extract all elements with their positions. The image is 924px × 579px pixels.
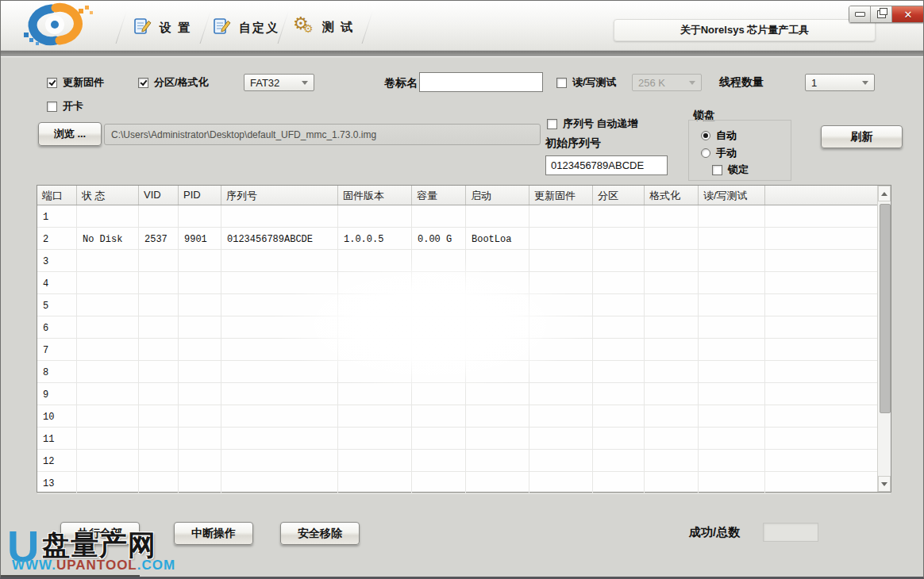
- table-cell: [765, 428, 891, 450]
- table-cell: [645, 383, 699, 405]
- table-cell: [338, 405, 412, 428]
- table-cell: [593, 472, 645, 494]
- table-cell: [139, 450, 179, 472]
- tab-test[interactable]: ⚙⚙ 测 试: [295, 17, 354, 37]
- abort-button[interactable]: 中断操作: [174, 522, 253, 545]
- column-header[interactable]: 更新固件: [529, 186, 593, 205]
- table-cell: [338, 472, 412, 494]
- table-row[interactable]: 3: [37, 250, 891, 272]
- minimize-icon: [855, 12, 865, 17]
- table-row[interactable]: 4: [37, 272, 891, 294]
- table-cell: [593, 272, 645, 294]
- column-header[interactable]: 序列号: [221, 186, 338, 205]
- table-row[interactable]: 12: [37, 450, 891, 472]
- table-cell: [139, 316, 179, 339]
- partition-format-checkbox[interactable]: 分区/格式化: [138, 75, 209, 90]
- column-header[interactable]: 读/写测试: [699, 186, 765, 205]
- table-cell: [593, 450, 645, 472]
- table-cell: 13: [37, 472, 77, 494]
- table-row[interactable]: 11: [37, 428, 891, 450]
- lock-auto-radio[interactable]: 自动: [701, 128, 737, 143]
- table-cell: [221, 294, 338, 316]
- table-cell: [179, 361, 221, 383]
- column-header[interactable]: 启动: [466, 186, 529, 205]
- table-row[interactable]: 5: [37, 294, 891, 316]
- table-cell: [593, 294, 645, 316]
- run-all-button[interactable]: 执行全部: [60, 522, 140, 545]
- close-button[interactable]: ✕: [892, 6, 924, 22]
- filesystem-select[interactable]: FAT32: [244, 74, 314, 91]
- tab-settings[interactable]: 设 置: [133, 17, 191, 39]
- table-row[interactable]: 13: [37, 472, 891, 494]
- minimize-button[interactable]: [849, 6, 871, 22]
- vertical-scrollbar[interactable]: [877, 186, 891, 492]
- table-row[interactable]: 8: [37, 361, 891, 383]
- table-cell: [139, 361, 179, 383]
- table-cell: [529, 205, 593, 228]
- table-cell: [179, 472, 221, 494]
- thread-count-select[interactable]: 1: [805, 74, 875, 91]
- table-cell: [77, 294, 139, 316]
- table-cell: [529, 472, 593, 494]
- refresh-button[interactable]: 刷新: [821, 125, 903, 148]
- volume-label-input[interactable]: [419, 72, 543, 92]
- table-cell: [466, 361, 529, 383]
- gears-icon: ⚙⚙: [295, 17, 315, 37]
- initial-serial-label: 初始序列号: [545, 136, 601, 151]
- update-firmware-checkbox[interactable]: 更新固件: [47, 75, 104, 90]
- app-logo-icon: [20, 2, 96, 52]
- column-header[interactable]: 固件版本: [338, 186, 412, 205]
- restore-icon: [877, 10, 886, 18]
- column-header[interactable]: VID: [139, 186, 179, 205]
- table-cell: [221, 450, 338, 472]
- table-row[interactable]: 9: [37, 383, 891, 405]
- notepad-pencil-icon: [133, 17, 152, 39]
- lock-manual-radio[interactable]: 手动: [701, 146, 737, 160]
- table-cell: [645, 472, 699, 494]
- table-cell: [412, 472, 466, 494]
- scroll-up-button[interactable]: [878, 186, 891, 201]
- scroll-down-button[interactable]: [878, 476, 891, 492]
- column-header[interactable]: 格式化: [645, 186, 699, 205]
- table-cell: [221, 272, 338, 294]
- table-cell: [699, 472, 765, 494]
- table-row[interactable]: 7: [37, 339, 891, 361]
- column-header[interactable]: 状 态: [77, 186, 139, 205]
- serial-auto-increment-checkbox[interactable]: 序列号 自动递增: [547, 117, 638, 131]
- table-cell: [765, 205, 891, 228]
- about-button[interactable]: 关于Norelsys 芯片量产工具: [614, 19, 876, 41]
- open-card-checkbox[interactable]: 开卡: [47, 99, 83, 113]
- table-cell: [179, 405, 221, 428]
- column-header[interactable]: PID: [179, 186, 221, 205]
- lock-auto-label: 自动: [716, 128, 737, 143]
- browse-button[interactable]: 浏览 ...: [38, 122, 102, 146]
- tab-divider: [200, 7, 213, 44]
- column-header[interactable]: 分区: [593, 186, 645, 205]
- restore-button[interactable]: [871, 6, 892, 22]
- table-cell: [645, 272, 699, 294]
- table-cell: [466, 250, 529, 272]
- table-cell: [765, 450, 891, 472]
- device-table: 端口状 态VIDPID序列号固件版本容量启动更新固件分区格式化读/写测试 12N…: [37, 185, 891, 493]
- tab-customize[interactable]: 自定义: [213, 17, 279, 39]
- column-header[interactable]: 容量: [412, 186, 466, 205]
- lock-checkbox[interactable]: 锁定: [712, 163, 749, 177]
- rw-test-label: 读/写测试: [572, 75, 617, 90]
- table-cell: 6: [37, 316, 77, 339]
- table-cell: [699, 294, 765, 316]
- table-row[interactable]: 2No Disk253799010123456789ABCDE1.0.0.50.…: [37, 228, 891, 250]
- column-header[interactable]: 端口: [37, 186, 77, 205]
- safe-remove-button[interactable]: 安全移除: [280, 522, 360, 545]
- table-cell: [139, 294, 179, 316]
- table-cell: [645, 339, 699, 361]
- rw-test-checkbox[interactable]: 读/写测试: [556, 75, 617, 90]
- table-cell: [466, 272, 529, 294]
- table-cell: [645, 450, 699, 472]
- table-row[interactable]: 6: [37, 316, 891, 339]
- initial-serial-input[interactable]: [545, 155, 668, 175]
- table-row[interactable]: 1: [37, 205, 891, 228]
- table-row[interactable]: 10: [37, 405, 891, 428]
- table-cell: [139, 272, 179, 294]
- scrollbar-thumb[interactable]: [880, 204, 891, 413]
- app-window: 设 置 自定义 ⚙⚙ 测 试 关于Norelsys 芯片量产工具: [0, 0, 924, 579]
